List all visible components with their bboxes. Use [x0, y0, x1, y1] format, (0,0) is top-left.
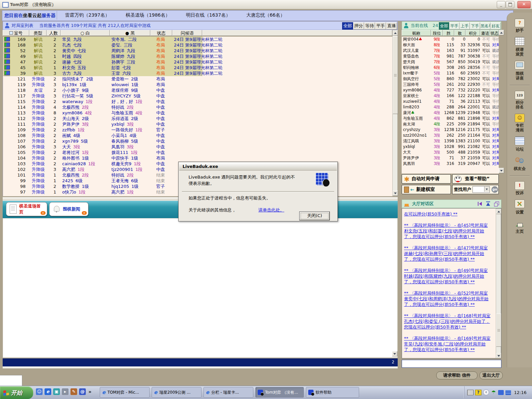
- room-filter-等待[interactable]: 等待: [364, 22, 375, 30]
- dialog-titlebar[interactable]: LiveBaduk.exe: [179, 163, 337, 171]
- minimize-button[interactable]: _: [497, 1, 505, 8]
- server-tab[interactable]: 雷霆万钧（2397名）: [57, 12, 118, 18]
- cascade-windows-icon[interactable]: [494, 201, 499, 206]
- server-tab[interactable]: 大唐忘忧（66名）: [238, 12, 293, 18]
- table-row[interactable]: 106升降级3大天3段凤凰羽3段中盘: [3, 144, 392, 150]
- list-item[interactable]: 柳大面8段1153332936可以对局: [402, 42, 499, 48]
- player-filter-黑名单[interactable]: 黑名单: [480, 22, 490, 30]
- sidebar-item-luntan[interactable]: 论坛: [507, 137, 532, 152]
- click-here-link[interactable]: 请单击此处。: [258, 207, 284, 213]
- list-item[interactable]: xym80864段72773222220可以对局: [402, 87, 499, 93]
- dialog-close-button[interactable]: 关闭(C): [300, 212, 330, 220]
- server-tab[interactable]: 棋圣道场（1986名）: [118, 12, 178, 18]
- list-item[interactable]: cryshzzy3段1238121621175可以对局: [402, 127, 499, 133]
- table-row[interactable]: 109升降级2zzffbb1段一路领先好1段官子: [3, 127, 392, 133]
- header-black-player[interactable]: ● 黑: [110, 30, 150, 36]
- sidebar-item-miaoshou[interactable]: 妙手: [507, 19, 532, 33]
- sidebar-item-jifen[interactable]: 积分 排名: [507, 91, 532, 109]
- chat-message-area[interactable]: 在可以押分(前50手有效) **** 〈高段对局特别提示〉 - 在[45]号对局…: [402, 208, 501, 358]
- quicklaunch-media-icon[interactable]: ▸: [62, 388, 68, 395]
- header-status[interactable]: 状态: [490, 30, 499, 36]
- list-item[interactable]: lim82034段28826422001可以观战: [402, 104, 499, 110]
- exit-lobby-button[interactable]: 退出大厅: [479, 371, 503, 379]
- list-item[interactable]: 武汉儿童7段1639131097可以观战: [402, 48, 499, 54]
- list-item[interactable]: yxblql3段102899121082可以对局: [402, 144, 499, 150]
- list-item[interactable]: 御风空行5段86078223002可以对局: [402, 76, 499, 82]
- table-row[interactable]: 49解说1时越四段陈耀烨九段布局24日 第9届理光杯第二轮: [3, 54, 202, 59]
- scroll-up-button[interactable]: [393, 30, 398, 36]
- chat-message[interactable]: ** 〈高段对局特别提示〉 - 在[52]号对局室 黄奕中(七段)和周鹤洋(九段…: [404, 290, 492, 307]
- dojo-homepage-button[interactable]: 棋圣道场首页 »: [6, 202, 47, 216]
- window-titlebar[interactable]: Tom对弈 （没有响应） _ ✕: [0, 0, 532, 9]
- header-nickname[interactable]: 昵称: [402, 30, 431, 36]
- header-room-type[interactable]: 类型: [29, 30, 47, 36]
- help-tray-icon[interactable]: ?: [475, 390, 481, 395]
- request-help-mail-button[interactable]: 请求帮助 信件: [436, 371, 477, 379]
- quicklaunch-desktop-icon[interactable]: ▣: [53, 388, 60, 395]
- room-filter-平手[interactable]: 平手: [375, 22, 386, 30]
- table-row[interactable]: 169解说2常昊九段安冬旭.二段布局24日 第9届理光杯第二轮: [3, 37, 202, 42]
- chat-message[interactable]: ** 〈高段对局特别提示〉 - 在[47]号对局室 谢赫(七段)和孙腾宇(三段)…: [404, 245, 492, 262]
- table-row[interactable]: 52解说2黄奕中七段周鹤洋九段布局24日 第9届理光杯第二轮: [3, 48, 202, 54]
- table-row[interactable]: 105升降级2老将过河1段拨花1111段中盘: [3, 150, 392, 155]
- player-scroll-up-button[interactable]: [499, 30, 504, 35]
- sidebar-item-jiangzuo[interactable]: 围棋 讲座: [507, 61, 532, 80]
- quicklaunch-paint-icon[interactable]: ✎: [70, 388, 77, 395]
- list-item[interactable]: 楚天阔7段56785030419可以观战: [402, 59, 499, 65]
- sidebar-item-qipu[interactable]: 棋谱 观赏: [507, 37, 532, 57]
- header-rank[interactable]: 段位: [431, 30, 443, 36]
- table-row[interactable]: 121升降级2指间情未了2级爱是唯一2级布局: [3, 76, 392, 82]
- taskbar-task[interactable]: Tom对弈 （没有...: [255, 387, 304, 398]
- chat-message[interactable]: ** 〈高段对局特别提示〉 - 在[49]号对局室 时越(四段)和陈耀烨(九段)…: [404, 268, 492, 285]
- room-filter-押分[interactable]: 押分: [353, 22, 364, 30]
- list-item[interactable]: Ixm鳖子5段1166023693不可等待: [402, 70, 499, 76]
- quicklaunch-ie-icon[interactable]: e: [45, 388, 51, 395]
- list-item[interactable]: 三国帅哥5段26120222930不可等待: [402, 82, 499, 87]
- room-table-scrollbar[interactable]: [392, 30, 398, 196]
- list-item[interactable]: 皇家棋士4段16612222188可以等待: [402, 93, 499, 99]
- table-row[interactable]: 117升降级3行拈花一笑5级ZHYCYZY5级中盘: [3, 93, 392, 99]
- header-white-player[interactable]: ○ 白: [61, 30, 110, 36]
- sidebar-item-tousu[interactable]: 投诉: [507, 181, 532, 195]
- quicklaunch-mail-icon[interactable]: @: [79, 388, 86, 395]
- network-icon[interactable]: [498, 390, 504, 395]
- table-row[interactable]: 104升降级2格外图书1级中原快手1级布局: [3, 155, 392, 161]
- find-user-input[interactable]: [472, 186, 490, 193]
- table-row[interactable]: 111升降级2尹路尹伊3段yxblql3段中盘: [3, 121, 392, 127]
- list-item[interactable]: 凤凰羽3段31631920947可以对局: [402, 161, 499, 167]
- scrollbar-thumb[interactable]: [496, 314, 501, 347]
- table-row[interactable]: 115升降级2waterway1段好，好，好1段中盘: [3, 99, 392, 104]
- header-room-status[interactable]: 状态: [150, 30, 172, 36]
- taskbar-task[interactable]: eTOM对弈 - Mic...: [100, 387, 150, 398]
- scroll-down-button[interactable]: [393, 191, 398, 196]
- table-row[interactable]: 119升降级3bj139x1级wlouwei1级布局: [3, 82, 392, 87]
- header-score[interactable]: 积分: [466, 30, 480, 36]
- list-item[interactable]: szz2002no13段26225021164可以对局: [402, 133, 499, 138]
- header-wins[interactable]: 胜: [443, 30, 454, 36]
- table-row[interactable]: 45解说1朴文尧五段彭荃七段布局24日 第9届理光杯第二轮: [3, 65, 202, 70]
- list-item[interactable]: 与鱼喻玉雨4段86288121898可以对局: [402, 116, 499, 121]
- player-filter-好友[interactable]: 好友: [490, 22, 501, 30]
- list-item[interactable]: 大天3段50048821059可以对局: [402, 150, 499, 155]
- quicklaunch-messenger-icon[interactable]: ☺: [36, 388, 43, 395]
- dock-left-icon[interactable]: [477, 201, 482, 206]
- sidebar-item-shezhi[interactable]: 设置: [507, 200, 532, 214]
- close-button[interactable]: ✕: [517, 1, 531, 8]
- room-filter-全部[interactable]: 全部: [342, 22, 353, 30]
- page-scroll-down-button[interactable]: [392, 351, 397, 356]
- quicklaunch-overflow-chevron[interactable]: »: [88, 389, 91, 394]
- sidebar-item-zhuye[interactable]: 主页: [507, 219, 532, 234]
- go-button[interactable]: go: [491, 186, 498, 193]
- go-news-button[interactable]: 围棋新闻 »: [49, 202, 88, 216]
- table-row[interactable]: 168解说2孔杰七段娄玺.三段布局24日 第9届理光杯第二轮: [3, 42, 202, 48]
- database-icon[interactable]: [505, 390, 511, 395]
- new-room-button[interactable]: ←新建棋室: [402, 185, 451, 194]
- list-item[interactable]: 清江风哦3段1398138321100可以对局: [402, 138, 499, 144]
- player-filter-下手[interactable]: 下手: [470, 22, 480, 30]
- chat-message[interactable]: ** 〈高段对局特别提示〉 - 在[45]号对局室 朴文尧(五段)和彭荃(七段)…: [404, 222, 492, 239]
- list-item[interactable]: 南太湖4段22520921894可以等待: [402, 121, 499, 127]
- player-filter-全部[interactable]: 全部: [439, 22, 449, 30]
- sidebar-item-manhua[interactable]: 专栏 漫画: [507, 114, 532, 132]
- view-help-button[interactable]: 查看“帮助”: [452, 174, 499, 184]
- list-item[interactable]: 网管004♣9段000不可等待: [402, 37, 499, 42]
